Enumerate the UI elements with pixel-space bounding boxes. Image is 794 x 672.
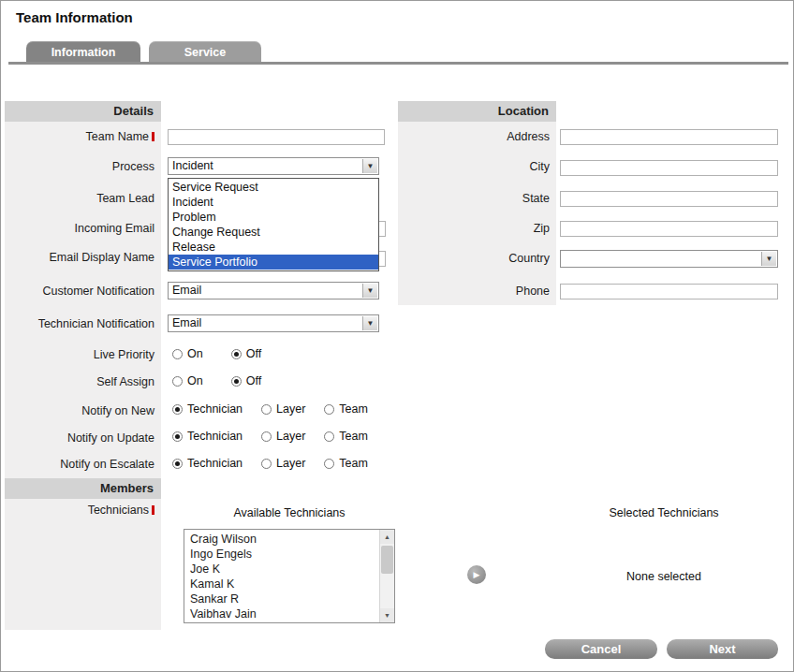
process-option-problem[interactable]: Problem [169, 210, 378, 225]
notify-escalate-layer-radio[interactable] [261, 459, 272, 469]
cancel-button[interactable]: Cancel [545, 639, 657, 659]
process-option-incident[interactable]: Incident [169, 195, 378, 210]
zip-label: Zip [398, 221, 550, 236]
scroll-down-icon[interactable]: ▼ [380, 608, 394, 622]
notify-on-update-radio-group: Technician Layer Team [172, 431, 368, 443]
country-select[interactable]: ▼ [560, 250, 778, 268]
process-dropdown-list: Service Request Incident Problem Change … [168, 178, 379, 271]
chevron-down-icon[interactable]: ▼ [362, 284, 377, 298]
live-priority-on-radio[interactable] [172, 349, 183, 359]
notify-escalate-team-radio[interactable] [324, 459, 334, 469]
live-priority-radio-group: On Off [172, 348, 261, 360]
chevron-down-icon[interactable]: ▼ [761, 252, 776, 266]
tab-underline [8, 62, 788, 65]
state-label: State [398, 191, 550, 206]
address-input[interactable] [560, 129, 778, 145]
live-priority-off-radio[interactable] [231, 349, 242, 359]
required-marker [152, 132, 154, 141]
notify-new-technician-label: Technician [187, 403, 243, 416]
self-assign-off-radio[interactable] [231, 376, 242, 387]
location-section-header: Location [398, 101, 556, 122]
notify-escalate-technician-radio[interactable] [172, 459, 183, 469]
live-priority-on-label: On [187, 348, 203, 360]
chevron-down-icon[interactable]: ▼ [362, 159, 377, 173]
country-label: Country [398, 251, 550, 266]
notify-on-escalate-radio-group: Technician Layer Team [172, 458, 368, 470]
zip-input[interactable] [560, 221, 778, 237]
self-assign-on-label: On [187, 375, 203, 387]
move-right-icon[interactable]: ▶ [467, 565, 486, 584]
available-technicians-listbox[interactable]: Craig Wilson Ingo Engels Joe K Kamal K S… [184, 529, 395, 623]
notify-escalate-technician-label: Technician [187, 458, 243, 470]
address-label: Address [398, 129, 550, 144]
team-information-window: Team Information Information Service Det… [0, 0, 794, 672]
technician-notification-value: Email [172, 316, 201, 329]
notify-on-new-label: Notify on New [5, 403, 154, 418]
notify-new-team-label: Team [339, 403, 368, 416]
available-technicians-title: Available Technicians [184, 506, 395, 519]
tab-service[interactable]: Service [149, 41, 261, 64]
required-marker [152, 505, 154, 515]
scrollbar-thumb[interactable] [381, 546, 393, 574]
state-input[interactable] [560, 191, 778, 207]
team-name-input[interactable] [168, 129, 385, 145]
list-item[interactable]: Sankar R [184, 592, 394, 606]
details-section-header: Details [5, 101, 161, 122]
location-label-column [398, 122, 556, 305]
notify-escalate-team-label: Team [339, 458, 368, 470]
city-label: City [398, 159, 550, 174]
notify-update-layer-label: Layer [276, 431, 305, 443]
tab-information[interactable]: Information [26, 41, 140, 64]
members-section-header: Members [5, 478, 161, 499]
phone-label: Phone [398, 284, 550, 299]
process-select-value: Incident [172, 159, 213, 172]
notify-on-new-radio-group: Technician Layer Team [172, 403, 368, 416]
notify-update-team-label: Team [339, 431, 368, 443]
team-lead-label: Team Lead [5, 191, 154, 206]
page-title: Team Information [16, 9, 133, 25]
phone-input[interactable] [560, 284, 778, 299]
notify-new-layer-label: Layer [276, 403, 305, 416]
notify-update-technician-label: Technician [187, 431, 243, 443]
self-assign-on-radio[interactable] [172, 376, 183, 387]
process-select[interactable]: Incident ▼ [168, 157, 379, 175]
list-item[interactable]: Vaibhav Jain [184, 606, 394, 621]
live-priority-off-label: Off [246, 348, 261, 360]
selected-technicians-empty: None selected [561, 570, 767, 583]
technician-notification-select[interactable]: Email ▼ [168, 314, 379, 332]
self-assign-off-label: Off [246, 375, 261, 387]
notify-new-technician-radio[interactable] [172, 404, 183, 415]
list-item[interactable]: Craig Wilson [184, 532, 394, 547]
scroll-up-icon[interactable]: ▲ [380, 530, 394, 544]
notify-escalate-layer-label: Layer [276, 458, 305, 470]
customer-notification-value: Email [172, 284, 201, 297]
notify-new-layer-radio[interactable] [261, 404, 272, 415]
list-item[interactable]: Joe K [184, 562, 394, 577]
members-label-column [5, 499, 161, 630]
notify-on-update-label: Notify on Update [5, 431, 154, 446]
technicians-label: Technicians [5, 503, 154, 518]
list-item[interactable]: Kamal K [184, 577, 394, 592]
notify-new-team-radio[interactable] [324, 404, 334, 415]
details-label-column [5, 122, 161, 478]
live-priority-label: Live Priority [5, 347, 154, 362]
process-label: Process [5, 159, 154, 174]
customer-notification-select[interactable]: Email ▼ [168, 282, 379, 299]
notify-update-team-radio[interactable] [324, 431, 334, 442]
notify-on-escalate-label: Notify on Escalate [5, 457, 154, 472]
chevron-down-icon[interactable]: ▼ [362, 316, 377, 330]
process-option-release[interactable]: Release [169, 240, 378, 255]
self-assign-radio-group: On Off [172, 375, 261, 387]
city-input[interactable] [560, 160, 778, 176]
email-display-name-label: Email Display Name [5, 250, 154, 265]
process-option-change-request[interactable]: Change Request [169, 225, 378, 240]
notify-update-technician-radio[interactable] [172, 431, 183, 442]
selected-technicians-title: Selected Technicians [561, 506, 767, 519]
process-option-service-portfolio[interactable]: Service Portfolio [169, 255, 378, 270]
next-button[interactable]: Next [667, 639, 778, 659]
list-item[interactable]: Ingo Engels [184, 547, 394, 562]
technician-notification-label: Technician Notification [5, 316, 154, 331]
notify-update-layer-radio[interactable] [261, 431, 272, 442]
listbox-scrollbar[interactable]: ▲ ▼ [379, 530, 394, 622]
process-option-service-request[interactable]: Service Request [169, 180, 378, 195]
